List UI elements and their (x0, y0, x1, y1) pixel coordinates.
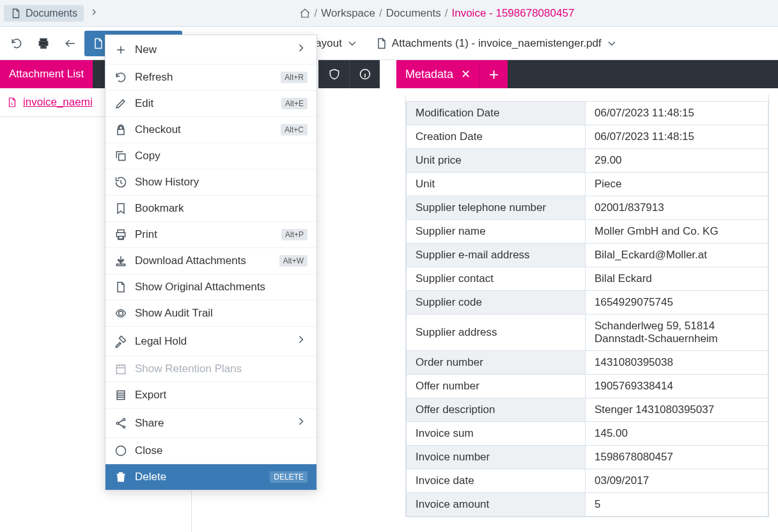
attachments-menu-button[interactable]: Attachments (1) - invoice_naemistenger.p… (368, 31, 626, 56)
close-icon[interactable]: ✕ (461, 67, 471, 81)
shortcut-badge: Alt+E (281, 98, 307, 109)
chevron-right-icon (295, 42, 307, 58)
document-dropdown-menu: New Refresh Alt+R Edit Alt+E Checkout Al… (105, 35, 317, 490)
metadata-key: Modification Date (407, 102, 586, 125)
menu-export[interactable]: Export (105, 382, 316, 409)
attachment-list-tab[interactable]: Attachment List (0, 60, 93, 88)
menu-close[interactable]: Close (105, 438, 316, 464)
table-row: Creation Date06/07/2023 11:48:15 (407, 125, 768, 149)
menu-print[interactable]: Print Alt+P (105, 222, 316, 248)
main: Attachment List invoice_naemi New Refres… (0, 60, 778, 532)
add-tab-button[interactable]: + (479, 60, 508, 88)
table-row: Supplier code1654929075745 (407, 291, 768, 315)
menu-share[interactable]: Share (105, 409, 316, 438)
table-row: Order number1431080395038 (407, 351, 768, 375)
metadata-value: 1598678080457 (586, 446, 768, 469)
home-icon[interactable] (299, 8, 311, 19)
table-row: Supplier addressSchanderlweg 59, 51814 D… (407, 315, 768, 351)
metadata-key: Offer number (407, 375, 586, 398)
breadcrumb-workspace[interactable]: Workspace (321, 7, 375, 20)
menu-new[interactable]: New (105, 35, 316, 65)
metadata-table: Modification Date06/07/2023 11:48:15Crea… (406, 101, 768, 517)
metadata-value: Bilal_Eckard@Moller.at (586, 244, 768, 267)
metadata-value: 1431080395038 (586, 351, 768, 375)
metadata-panel-header: Metadata ✕ + (396, 60, 778, 88)
table-row: Supplier e-mail addressBilal_Eckard@Moll… (407, 244, 768, 267)
metadata-key: Supplier telephone number (407, 196, 586, 220)
menu-bookmark[interactable]: Bookmark (105, 196, 316, 222)
table-row: Offer descriptionStenger 1431080395037 (407, 398, 768, 422)
menu-show-original-attachments[interactable]: Show Original Attachments (105, 274, 316, 301)
metadata-value: Moller GmbH and Co. KG (586, 220, 768, 244)
metadata-key: Invoice number (407, 446, 586, 469)
menu-checkout[interactable]: Checkout Alt+C (105, 117, 316, 143)
attachment-link[interactable]: invoice_naemi (23, 96, 93, 109)
metadata-key: Supplier code (407, 291, 586, 315)
menu-refresh[interactable]: Refresh Alt+R (105, 65, 316, 91)
svg-point-7 (123, 426, 125, 428)
breadcrumb: / Workspace / Documents / Invoice - 1598… (99, 7, 774, 20)
metadata-value: 145.00 (586, 422, 768, 446)
metadata-value: 5 (586, 493, 768, 517)
table-row: Offer number1905769338414 (407, 375, 768, 398)
menu-delete[interactable]: Delete DELETE (105, 464, 316, 490)
topbar: Documents / Workspace / Documents / Invo… (0, 0, 778, 27)
chevron-right-icon (295, 333, 307, 349)
chevron-right-icon (295, 415, 307, 431)
metadata-key: Supplier name (407, 220, 586, 244)
breadcrumb-current: Invoice - 1598678080457 (451, 7, 574, 20)
documents-label: Documents (26, 8, 77, 19)
metadata-key: Creation Date (407, 125, 586, 149)
table-row: Invoice date03/09/2017 (407, 469, 768, 493)
table-row: Unit price29.00 (407, 149, 768, 173)
table-row: Invoice number1598678080457 (407, 446, 768, 469)
refresh-button[interactable] (4, 31, 29, 56)
metadata-table-wrap: Modification Date06/07/2023 11:48:15Crea… (405, 95, 769, 517)
metadata-key: Offer description (407, 398, 586, 422)
menu-download-attachments[interactable]: Download Attachments Alt+W (105, 248, 316, 274)
svg-rect-3 (116, 365, 125, 373)
pdf-icon (6, 97, 18, 108)
metadata-tab[interactable]: Metadata ✕ (396, 60, 479, 88)
breadcrumb-documents[interactable]: Documents (386, 7, 441, 20)
menu-edit[interactable]: Edit Alt+E (105, 91, 316, 117)
metadata-value: Piece (586, 173, 768, 196)
shortcut-badge: Alt+W (279, 255, 307, 267)
table-row: Invoice amount5 (407, 493, 768, 517)
metadata-panel: Metadata ✕ + Modification Date06/07/2023… (396, 60, 778, 532)
metadata-key: Order number (407, 351, 586, 375)
metadata-key: Invoice amount (407, 493, 586, 517)
shortcut-badge: DELETE (270, 471, 307, 483)
chevron-right-icon (89, 7, 99, 20)
metadata-value: 29.00 (586, 149, 768, 173)
menu-show-retention-plans: Show Retention Plans (105, 356, 316, 382)
shortcut-badge: Alt+C (281, 124, 307, 136)
shield-icon[interactable] (318, 60, 349, 88)
table-row: Modification Date06/07/2023 11:48:15 (407, 102, 768, 125)
metadata-value: 02001/837913 (586, 196, 768, 220)
svg-point-6 (116, 422, 118, 424)
attachments-menu-label: Attachments (1) - invoice_naemistenger.p… (392, 37, 602, 50)
metadata-key: Invoice date (407, 469, 586, 493)
metadata-value: 06/07/2023 11:48:15 (586, 102, 768, 125)
metadata-key: Invoice sum (407, 422, 586, 446)
preview-toolbar-fragment (318, 60, 380, 88)
info-icon[interactable] (349, 60, 380, 88)
shortcut-badge: Alt+R (281, 72, 307, 83)
table-row: Supplier nameMoller GmbH and Co. KG (407, 220, 768, 244)
metadata-value: Bilal Eckard (586, 267, 768, 291)
menu-legal-hold[interactable]: Legal Hold (105, 327, 316, 356)
menu-show-history[interactable]: Show History (105, 169, 316, 196)
table-row: Supplier contactBilal Eckard (407, 267, 768, 291)
metadata-value: 03/09/2017 (586, 469, 768, 493)
menu-show-audit-trail[interactable]: Show Audit Trail (105, 301, 316, 327)
documents-dropdown[interactable]: Documents (4, 5, 84, 22)
metadata-key: Unit price (407, 149, 586, 173)
metadata-key: Supplier e-mail address (407, 244, 586, 267)
back-button[interactable] (58, 31, 83, 56)
table-row: Supplier telephone number02001/837913 (407, 196, 768, 220)
metadata-value: 1905769338414 (586, 375, 768, 398)
metadata-value: Schanderlweg 59, 51814 Dannstadt-Schauer… (586, 315, 768, 351)
menu-copy[interactable]: Copy (105, 143, 316, 169)
print-button[interactable] (31, 31, 56, 56)
